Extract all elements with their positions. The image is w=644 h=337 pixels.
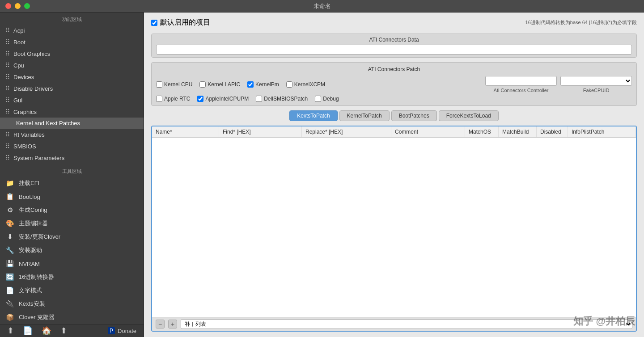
tool-label: Kexts安装 (19, 300, 45, 308)
grid-icon (5, 143, 10, 150)
debug-checkbox-label[interactable]: Debug (315, 96, 339, 102)
tool-label: 安装/更新Clover (19, 233, 60, 241)
sidebar-item-boot-graphics[interactable]: Boot Graphics (0, 48, 144, 59)
hint-text: 16进制代码将转换为base 64 [16进制](*)为必填字段 (525, 19, 637, 26)
tool-clover-clone[interactable]: 📦 Clover 克隆器 (0, 311, 144, 324)
debug-label: Debug (323, 96, 339, 102)
tool-kexts-install[interactable]: 🔌 Kexts安装 (0, 297, 144, 311)
sidebar-item-boot[interactable]: Boot (0, 36, 144, 48)
tool-hex-converter[interactable]: 🔄 16进制转换器 (0, 270, 144, 284)
apple-rtc-label: Apple RTC (164, 96, 190, 102)
th-name: Name* (152, 126, 219, 137)
main-table: Name* Find* [HEX] Replace* [HEX] Comment… (151, 126, 637, 332)
sidebar-item-rt-variables[interactable]: Rt Variables (0, 129, 144, 140)
tool-gen-config[interactable]: ⚙ 生成Config (0, 203, 144, 217)
apple-intel-cpupm-checkbox[interactable] (197, 96, 203, 102)
fakecpuid-select[interactable] (560, 76, 632, 86)
sidebar-item-cpu[interactable]: Cpu (0, 59, 144, 71)
sidebar-item-label: SMBIOS (13, 143, 36, 150)
kernel-cpu-checkbox[interactable] (156, 81, 162, 88)
bottom-btn-2[interactable]: 📄 (23, 326, 33, 336)
ati-connectors-data-input[interactable] (156, 45, 632, 55)
kernel-lapic-checkbox[interactable] (199, 81, 206, 88)
sidebar-item-label: Devices (13, 74, 34, 80)
debug-checkbox[interactable] (315, 96, 321, 102)
sidebar-item-label: Rt Variables (13, 131, 45, 138)
table-header: Name* Find* [HEX] Replace* [HEX] Comment… (152, 126, 636, 138)
kernel-xcpm-checkbox[interactable] (286, 81, 292, 88)
donate-button[interactable]: P Donate (108, 327, 136, 334)
tool-label: 挂载EFI (19, 179, 39, 187)
apple-rtc-checkbox[interactable] (156, 96, 162, 102)
tool-install-clover[interactable]: ⬇ 安装/更新Clover (0, 230, 144, 244)
tool-theme-editor[interactable]: 🎨 主题编辑器 (0, 217, 144, 230)
content-header: 默认启用的项目 16进制代码将转换为base 64 [16进制](*)为必填字段 (151, 18, 637, 27)
bottom-btn-1[interactable]: ⬆ (7, 326, 14, 336)
apple-intel-cpupm-checkbox-label[interactable]: AppleIntelCPUPM (197, 96, 249, 102)
sidebar-item-label: Boot Graphics (13, 51, 50, 57)
tool-boot-log[interactable]: 📋 Boot.log (0, 190, 144, 203)
ati-controller-input[interactable] (485, 76, 557, 86)
tool-install-driver[interactable]: 🔧 安装驱动 (0, 244, 144, 257)
sidebar-item-devices[interactable]: Devices (0, 71, 144, 83)
clone-icon: 📦 (5, 313, 14, 322)
grid-icon (5, 154, 10, 161)
grid-icon (5, 108, 10, 115)
grid-icon (5, 131, 10, 138)
kernel-cpu-checkbox-label[interactable]: Kernel CPU (156, 81, 192, 88)
kernel-xcpm-checkbox-label[interactable]: KernelXCPM (286, 81, 325, 88)
window-controls[interactable] (5, 3, 30, 9)
sidebar-item-gui[interactable]: Gui (0, 94, 144, 106)
bottom-btn-4[interactable]: ⬆ (60, 326, 67, 336)
tool-nvram[interactable]: 💾 NVRAM (0, 257, 144, 270)
th-matchbuild: MatchBuild (499, 126, 537, 137)
th-matchos: MatchOS (465, 126, 499, 137)
theme-icon: 🎨 (5, 219, 14, 228)
tool-label: 主题编辑器 (19, 219, 48, 227)
tool-label: 生成Config (19, 206, 47, 214)
tool-label: Clover 克隆器 (19, 313, 55, 321)
minimize-button[interactable] (15, 3, 21, 9)
th-infoplistpatch: InfoPlistPatch (568, 126, 636, 137)
dell-smbios-patch-checkbox[interactable] (256, 96, 262, 102)
fakecpuid-label: FakeCPUID (560, 88, 632, 93)
ati-connectors-data-section: ATI Connectors Data (151, 34, 637, 58)
tab-boot-patches[interactable]: BootPatches (391, 110, 437, 121)
tab-force-kexts-to-load[interactable]: ForceKextsToLoad (439, 110, 499, 121)
paypal-icon: P (108, 327, 115, 334)
kernel-pm-checkbox[interactable] (247, 81, 254, 88)
checkboxes-row: Kernel CPU Kernel LAPIC KernelPm KernelX… (156, 76, 632, 93)
sidebar-item-disable-drivers[interactable]: Disable Drivers (0, 83, 144, 94)
th-disabled: Disabled (537, 126, 568, 137)
close-button[interactable] (5, 3, 11, 9)
controller-label: Ati Connectors Controller (485, 88, 557, 93)
sidebar-item-label: Kernel and Kext Patches (16, 120, 80, 126)
tool-mount-efi[interactable]: 📁 挂载EFI (0, 177, 144, 190)
tab-kernel-to-patch[interactable]: KernelToPatch (339, 110, 390, 121)
kernel-lapic-checkbox-label[interactable]: Kernel LAPIC (199, 81, 240, 88)
grid-icon (5, 27, 10, 34)
remove-row-button[interactable]: − (156, 320, 165, 329)
maximize-button[interactable] (24, 3, 30, 9)
grid-icon (5, 73, 10, 80)
apple-rtc-checkbox-label[interactable]: Apple RTC (156, 96, 190, 102)
hex-icon: 🔄 (5, 273, 14, 282)
tab-kexts-to-patch[interactable]: KextsToPatch (289, 110, 337, 121)
default-enabled-checkbox[interactable] (151, 20, 157, 26)
sidebar-item-smbios[interactable]: SMBIOS (0, 140, 144, 152)
sidebar-item-acpi[interactable]: Acpi (0, 25, 144, 36)
dell-smbios-patch-checkbox-label[interactable]: DellSMBIOSPatch (256, 96, 308, 102)
kernel-pm-checkbox-label[interactable]: KernelPm (247, 81, 279, 88)
tool-text-mode[interactable]: 📄 文字模式 (0, 284, 144, 297)
grid-icon (5, 62, 10, 69)
sidebar-item-system-parameters[interactable]: System Parameters (0, 152, 144, 164)
kernel-cpu-label: Kernel CPU (164, 81, 192, 88)
th-comment: Comment (391, 126, 465, 137)
patch-list-select[interactable]: 补丁列表 (181, 319, 632, 329)
bottom-btn-3[interactable]: 🏠 (42, 326, 51, 336)
add-row-button[interactable]: + (168, 320, 177, 329)
sidebar-item-graphics[interactable]: Graphics (0, 106, 144, 118)
sidebar-item-kernel-kext-patches[interactable]: Kernel and Kext Patches (0, 118, 144, 129)
table-bottom-toolbar: − + 补丁列表 (152, 317, 636, 331)
tool-label: 文字模式 (19, 286, 42, 295)
